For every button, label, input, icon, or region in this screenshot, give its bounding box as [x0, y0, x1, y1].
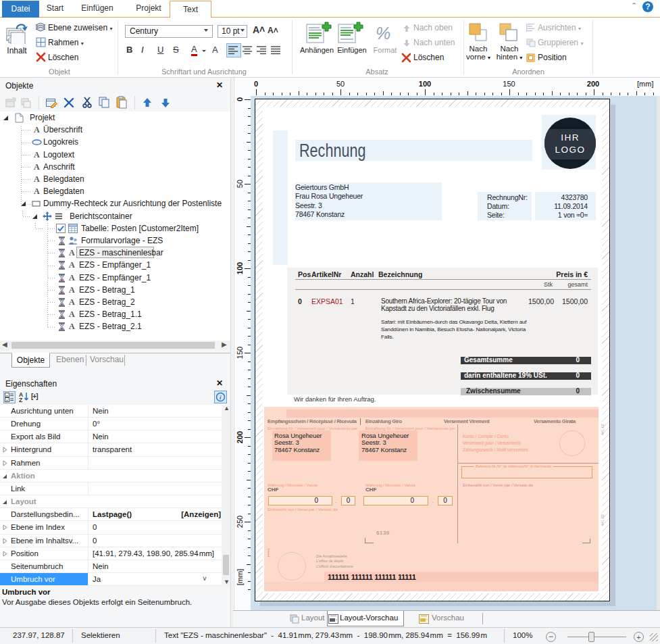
svg-text:+: +	[6, 393, 9, 397]
svg-text:+: +	[6, 398, 9, 402]
svg-text:i: i	[220, 394, 222, 401]
svg-text:Z: Z	[19, 397, 22, 403]
